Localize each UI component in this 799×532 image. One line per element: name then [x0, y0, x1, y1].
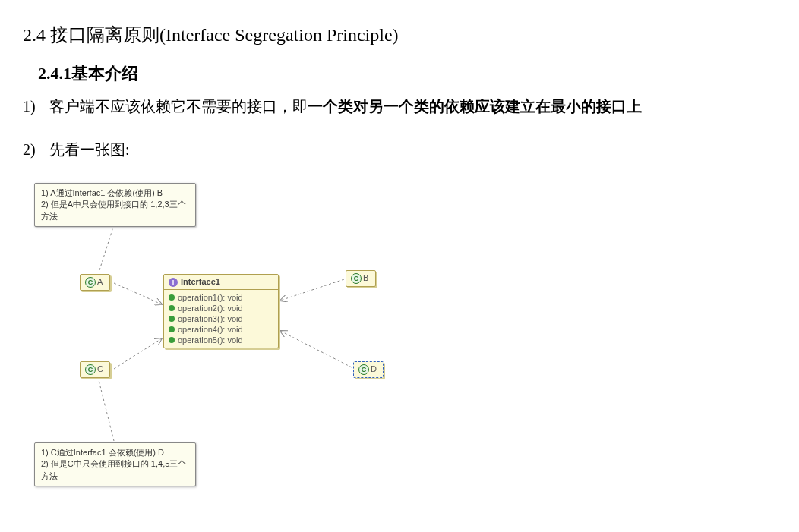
uml-diagram: 1) A通过Interfac1 会依赖(使用) B 2) 但是A中只会使用到接口… — [34, 183, 414, 486]
operation-label: operation2(): void — [178, 304, 243, 313]
class-icon: C — [358, 364, 369, 375]
class-icon: C — [85, 277, 96, 288]
operation-label: operation3(): void — [178, 314, 243, 323]
list-item-1: 1) 客户端不应该依赖它不需要的接口，即一个类对另一个类的依赖应该建立在最小的接… — [23, 96, 776, 117]
class-label: C — [97, 364, 103, 373]
class-label: B — [363, 273, 368, 282]
interface-box: IInterface1 operation1(): void operation… — [163, 274, 279, 348]
note-box-top: 1) A通过Interfac1 会依赖(使用) B 2) 但是A中只会使用到接口… — [34, 183, 196, 227]
operation-row: operation2(): void — [169, 303, 273, 313]
item1-text-bold: 一个类对另一个类的依赖应该建立在最小的接口上 — [308, 98, 642, 115]
operation-label: operation4(): void — [178, 325, 243, 334]
public-method-icon — [169, 326, 175, 332]
interface-icon: I — [169, 278, 178, 287]
class-icon: C — [351, 273, 362, 284]
class-box-c: CC — [80, 361, 110, 378]
section-heading: 2.4 接口隔离原则(Interface Segregation Princip… — [23, 23, 776, 47]
svg-line-3 — [280, 279, 344, 301]
interface-title-row: IInterface1 — [164, 275, 278, 290]
item1-text-plain: 客户端不应该依赖它不需要的接口，即 — [49, 98, 308, 115]
class-label: A — [97, 277, 103, 286]
list-number: 1) — [23, 98, 46, 115]
operation-label: operation1(): void — [178, 293, 243, 302]
operation-row: operation5(): void — [169, 335, 273, 345]
public-method-icon — [169, 337, 175, 343]
note-box-bottom: 1) C通过Interfac1 会依赖(使用) D 2) 但是C中只会使用到接口… — [34, 442, 196, 486]
operations-list: operation1(): void operation2(): void op… — [164, 290, 278, 348]
class-box-b: CB — [346, 270, 376, 287]
note-line: 2) 但是A中只会使用到接口的 1,2,3三个方法 — [41, 199, 189, 222]
operation-row: operation1(): void — [169, 292, 273, 303]
class-box-d: CD — [353, 361, 384, 378]
svg-line-4 — [280, 331, 352, 367]
item2-text: 先看一张图: — [49, 141, 130, 158]
class-box-a: CA — [80, 274, 110, 291]
operation-label: operation5(): void — [178, 335, 243, 345]
svg-line-2 — [114, 338, 162, 369]
operation-row: operation3(): void — [169, 313, 273, 324]
list-item-2: 2) 先看一张图: — [23, 140, 776, 160]
subsection-heading: 2.4.1基本介绍 — [38, 62, 776, 85]
class-label: D — [371, 364, 377, 373]
svg-line-5 — [99, 380, 114, 441]
operation-row: operation4(): void — [169, 324, 273, 335]
public-method-icon — [169, 316, 175, 322]
svg-line-0 — [99, 225, 114, 272]
interface-title: Interface1 — [181, 277, 220, 286]
svg-line-1 — [114, 283, 162, 304]
note-line: 2) 但是C中只会使用到接口的 1,4,5三个方法 — [41, 458, 189, 482]
class-icon: C — [85, 364, 96, 375]
note-line: 1) A通过Interfac1 会依赖(使用) B — [41, 187, 189, 199]
public-method-icon — [169, 294, 175, 301]
list-number: 2) — [23, 141, 46, 159]
public-method-icon — [169, 305, 175, 311]
note-line: 1) C通过Interfac1 会依赖(使用) D — [41, 447, 189, 458]
